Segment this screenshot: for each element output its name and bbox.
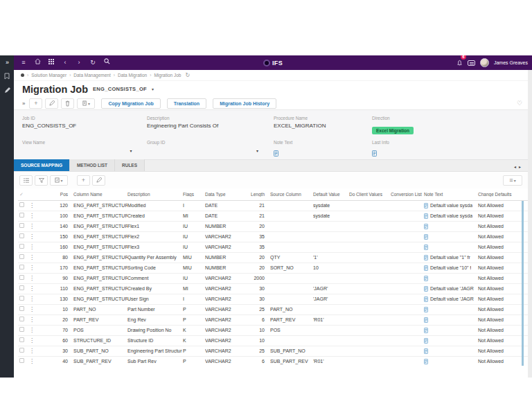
note-icon[interactable] [424,203,428,208]
column-header-pos[interactable]: Pos [39,192,73,197]
bookmark-icon[interactable] [0,69,14,83]
table-row[interactable]: ⋮ 60 STRUCTURE_ID Structure ID K VARCHAR… [18,336,532,346]
note-icon[interactable] [274,150,278,157]
note-icon[interactable] [424,348,428,354]
nav-forward-icon[interactable]: › [72,55,86,70]
note-icon[interactable] [424,296,428,302]
row-checkbox[interactable] [18,357,29,366]
row-checkbox[interactable] [18,326,29,335]
more-commands-icon[interactable]: » [22,100,25,107]
row-menu-icon[interactable]: ⋮ [29,305,39,314]
table-row[interactable]: ⋮ 140 ENG_PART_STRUCTURE_I Flex1 IU NUMB… [18,222,532,232]
row-menu-icon[interactable]: ⋮ [29,263,39,273]
table-row[interactable]: ⋮ 170 ENG_PART_STRUCTURE_I Sorting Code … [18,263,532,274]
note-icon[interactable] [372,150,377,157]
list-view-icon[interactable] [19,175,33,186]
tab-rules[interactable]: RULES [115,159,145,171]
duplicate-menu-button[interactable]: ▾ [77,98,95,109]
note-icon[interactable] [424,224,428,229]
search-icon[interactable] [100,55,114,70]
add-row-button[interactable]: + [29,98,42,109]
breadcrumb-item[interactable]: Data Migration [118,73,147,78]
copy-migration-job-button[interactable]: Copy Migration Job [101,98,160,109]
home-icon[interactable] [30,55,44,70]
table-row[interactable]: ⋮ 110 ENG_PART_STRUCTURE_I Created By MI… [18,284,532,294]
breadcrumb-item[interactable]: Migration Job [154,73,181,78]
breadcrumb-item[interactable]: Solution Manager [31,73,66,78]
filter-icon[interactable] [35,175,48,186]
page-scrollbar[interactable] [528,70,532,378]
group-id-dropdown[interactable]: ▾ [147,147,258,154]
row-checkbox[interactable] [18,284,29,294]
avatar[interactable] [480,58,489,67]
annotate-pencil-icon[interactable] [0,83,14,97]
record-selector[interactable]: ENG_CONSISTS_OF [93,86,147,92]
table-row[interactable]: ⋮ 10 PART_NO Part Number P VARCHAR2 25 P… [18,305,532,315]
row-checkbox[interactable] [18,263,29,273]
note-icon[interactable] [424,255,428,260]
table-scrollbar[interactable] [522,201,524,366]
select-all-check-icon[interactable]: ✓ [18,192,29,197]
breadcrumb-home-icon[interactable] [21,73,24,77]
table-row[interactable]: ⋮ 120 ENG_PART_STRUCTURE_I Modified I DA… [18,201,532,211]
column-header-source-column[interactable]: Source Column [270,192,313,197]
row-checkbox[interactable] [18,274,29,283]
view-name-dropdown[interactable]: ▾ [22,147,132,154]
note-icon[interactable] [424,234,428,240]
column-header-conversion-list[interactable]: Conversion List [391,192,424,197]
row-menu-icon[interactable]: ⋮ [29,294,39,304]
row-checkbox[interactable] [18,253,29,263]
tab-source-mapping[interactable]: SOURCE MAPPING [14,159,70,171]
add-mapping-button[interactable]: + [77,175,90,186]
row-menu-icon[interactable]: ⋮ [29,211,39,221]
table-row[interactable]: ⋮ 70 POS Drawing Position No K VARCHAR2 … [18,326,532,336]
column-header-flags[interactable]: Flags [183,192,205,197]
row-menu-icon[interactable]: ⋮ [29,242,39,252]
job-id-value[interactable]: ENG_CONSISTS_OF [22,123,147,130]
column-header-change-defaults[interactable]: Change Defaults [478,192,520,197]
app-grid-icon[interactable] [44,55,58,70]
migration-job-history-button[interactable]: Migration Job History [213,98,276,109]
row-menu-icon[interactable]: ⋮ [29,201,39,211]
tabs-scroll-left-icon[interactable]: ◂ [514,165,519,169]
row-checkbox[interactable] [18,346,29,356]
row-menu-icon[interactable]: ⋮ [29,336,39,346]
row-checkbox[interactable] [18,211,29,221]
note-icon[interactable] [424,328,428,333]
refresh-icon[interactable]: ↻ [86,55,100,70]
row-menu-icon[interactable]: ⋮ [29,284,39,294]
favorite-heart-icon[interactable]: ♡ [517,100,522,107]
tabs-scroll-right-icon[interactable]: ▸ [519,165,524,169]
note-icon[interactable] [424,338,428,344]
row-menu-icon[interactable]: ⋮ [29,315,39,325]
column-header-description[interactable]: Description [127,192,183,197]
column-header-length[interactable]: Length [247,192,270,197]
table-row[interactable]: ⋮ 80 ENG_PART_STRUCTURE_I Quantity Per A… [18,253,532,263]
nav-back-icon[interactable]: ‹ [58,55,72,70]
column-header-default-value[interactable]: Default Value [313,192,349,197]
note-icon[interactable] [424,265,428,271]
edit-mapping-button[interactable] [92,175,105,186]
tab-method-list[interactable]: METHOD LIST [70,159,115,171]
hamburger-menu-icon[interactable]: ≡ [17,55,30,70]
row-checkbox[interactable] [18,336,29,346]
row-menu-icon[interactable]: ⋮ [29,346,39,356]
translation-button[interactable]: Translation [167,98,206,109]
table-row[interactable]: ⋮ 90 ENG_PART_STRUCTURE_I Comment IU VAR… [18,274,532,284]
note-icon[interactable] [424,213,428,219]
description-value[interactable]: Engineering Part Consists Of [147,123,274,130]
table-row[interactable]: ⋮ 100 ENG_PART_STRUCTURE_I Created MI DA… [18,211,532,222]
notifications-bell-icon[interactable]: 6 [456,57,463,69]
note-icon[interactable] [424,307,428,312]
procedure-name-value[interactable]: EXCEL_MIGRATION [274,123,372,130]
breadcrumb-refresh-icon[interactable]: ↻ [185,72,190,78]
table-row[interactable]: ⋮ 130 ENG_PART_STRUCTURE_I User Sign I V… [18,294,532,305]
column-header-data-type[interactable]: Data Type [205,192,247,197]
breadcrumb-item[interactable]: Data Management [73,73,110,78]
feedback-chat-icon[interactable] [468,60,475,66]
row-menu-icon[interactable]: ⋮ [29,274,39,283]
row-menu-icon[interactable]: ⋮ [29,232,39,242]
row-menu-icon[interactable]: ⋮ [29,357,39,366]
note-icon[interactable] [424,317,428,323]
user-name[interactable]: James Greaves [494,60,528,65]
